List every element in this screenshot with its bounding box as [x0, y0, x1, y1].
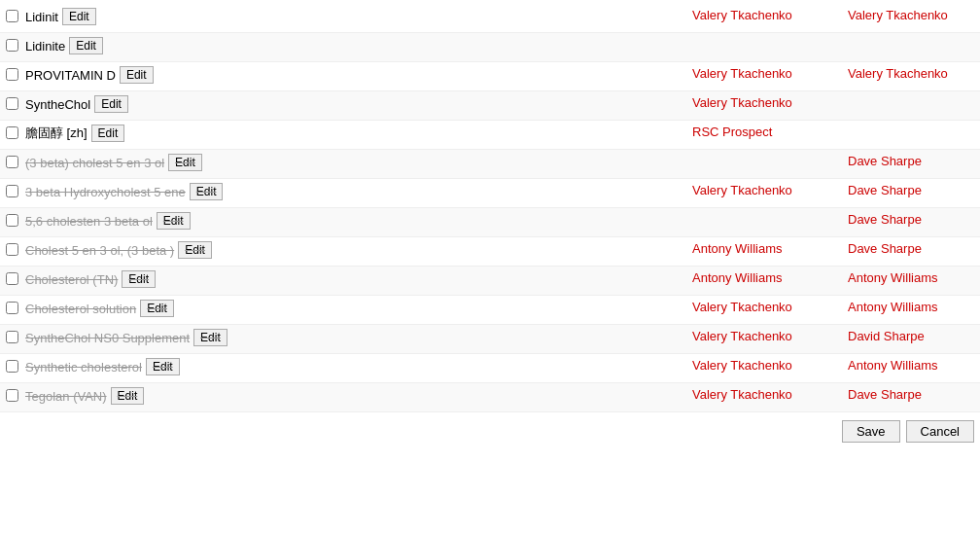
edit-button[interactable]: Edit	[122, 270, 156, 288]
row-name-text: SyntheChol	[25, 97, 90, 112]
row-checkbox-col	[6, 300, 25, 317]
row-checkbox-col	[6, 329, 25, 346]
name-edit-group: SyntheCholEdit	[25, 95, 684, 113]
name-edit-group: 膽固醇 [zh]Edit	[25, 125, 684, 142]
edit-button[interactable]: Edit	[69, 37, 103, 54]
edit-button[interactable]: Edit	[168, 154, 202, 171]
row-name-col: PROVITAMIN DEdit	[25, 66, 692, 84]
created-by-col: Antony Williams	[692, 270, 848, 285]
edit-button[interactable]: Edit	[91, 125, 125, 142]
edit-button[interactable]: Edit	[140, 300, 174, 317]
name-edit-group: 3 beta Hydroxycholest 5 eneEdit	[25, 183, 684, 200]
row-checkbox-col	[6, 154, 25, 171]
name-edit-group: Cholest 5 en 3 ol, (3 beta )Edit	[25, 241, 684, 259]
row-name-col: SyntheChol NS0 SupplementEdit	[25, 329, 692, 346]
modified-by-col: Antony Williams	[848, 300, 974, 314]
edit-button[interactable]: Edit	[157, 212, 191, 230]
row-checkbox[interactable]	[6, 331, 18, 343]
row-checkbox[interactable]	[6, 214, 18, 227]
table-row: Cholesterol (TN)EditAntony WilliamsAnton…	[0, 267, 980, 296]
table-row: Tegolan (VAN)EditValery TkachenkoDave Sh…	[0, 383, 980, 412]
modified-by-col: Dave Sharpe	[848, 212, 974, 227]
row-checkbox[interactable]	[6, 68, 18, 81]
row-name-col: 3 beta Hydroxycholest 5 eneEdit	[25, 183, 692, 200]
edit-button[interactable]: Edit	[146, 358, 180, 375]
table-row: 膽固醇 [zh]EditRSC Prospect	[0, 121, 980, 150]
modified-by-col: Antony Williams	[848, 358, 974, 373]
row-name-text: Synthetic cholesterol	[25, 360, 142, 374]
name-edit-group: Cholesterol (TN)Edit	[25, 270, 684, 288]
row-name-col: LidiniteEdit	[25, 37, 692, 54]
row-checkbox-col	[6, 66, 25, 84]
row-name-col: Cholest 5 en 3 ol, (3 beta )Edit	[25, 241, 692, 259]
row-name-col: SyntheCholEdit	[25, 95, 692, 113]
edit-button[interactable]: Edit	[120, 66, 154, 84]
table-row: 5,6 cholesten 3 beta olEditDave Sharpe	[0, 208, 980, 237]
row-name-col: Tegolan (VAN)Edit	[25, 387, 692, 405]
row-name-col: Synthetic cholesterolEdit	[25, 358, 692, 375]
table-row: (3 beta) cholest 5 en 3 olEditDave Sharp…	[0, 150, 980, 179]
row-name-text: SyntheChol NS0 Supplement	[25, 331, 190, 345]
name-edit-group: Synthetic cholesterolEdit	[25, 358, 684, 375]
cancel-button[interactable]: Cancel	[906, 420, 974, 443]
row-name-text: Lidinit	[25, 10, 58, 24]
row-checkbox[interactable]	[6, 97, 18, 110]
table-row: Synthetic cholesterolEditValery Tkachenk…	[0, 354, 980, 383]
created-by-col: Valery Tkachenko	[692, 66, 848, 81]
row-checkbox[interactable]	[6, 389, 18, 402]
row-checkbox-col	[6, 8, 25, 25]
table-row: Cholest 5 en 3 ol, (3 beta )EditAntony W…	[0, 237, 980, 267]
edit-button[interactable]: Edit	[111, 387, 145, 405]
row-checkbox-col	[6, 387, 25, 405]
modified-by-col: Antony Williams	[848, 270, 974, 285]
name-edit-group: Tegolan (VAN)Edit	[25, 387, 684, 405]
created-by-col: Valery Tkachenko	[692, 183, 848, 197]
table-row: PROVITAMIN DEditValery TkachenkoValery T…	[0, 62, 980, 91]
name-edit-group: Cholesterol solutionEdit	[25, 300, 684, 317]
created-by-col: Valery Tkachenko	[692, 329, 848, 343]
row-name-col: LidinitEdit	[25, 8, 692, 25]
row-checkbox-col	[6, 212, 25, 230]
created-by-col: Valery Tkachenko	[692, 300, 848, 314]
row-name-text: PROVITAMIN D	[25, 68, 116, 83]
modified-by-col: Dave Sharpe	[848, 387, 974, 402]
edit-button[interactable]: Edit	[94, 95, 128, 113]
row-checkbox[interactable]	[6, 39, 18, 52]
created-by-col: Valery Tkachenko	[692, 358, 848, 373]
row-name-col: 膽固醇 [zh]Edit	[25, 125, 692, 142]
save-button[interactable]: Save	[842, 420, 900, 443]
rows-list: LidinitEditValery TkachenkoValery Tkache…	[0, 4, 980, 412]
row-checkbox-col	[6, 270, 25, 288]
row-checkbox[interactable]	[6, 126, 18, 139]
name-edit-group: PROVITAMIN DEdit	[25, 66, 684, 84]
row-checkbox[interactable]	[6, 10, 18, 22]
row-checkbox[interactable]	[6, 360, 18, 373]
edit-button[interactable]: Edit	[178, 241, 212, 259]
row-checkbox[interactable]	[6, 156, 18, 168]
row-name-text: Cholesterol solution	[25, 302, 136, 316]
row-checkbox[interactable]	[6, 185, 18, 197]
edit-button[interactable]: Edit	[190, 183, 224, 200]
edit-button[interactable]: Edit	[193, 329, 228, 346]
edit-button[interactable]: Edit	[62, 8, 96, 25]
table-row: Cholesterol solutionEditValery Tkachenko…	[0, 296, 980, 325]
table-row: SyntheChol NS0 SupplementEditValery Tkac…	[0, 325, 980, 354]
main-container: LidinitEditValery TkachenkoValery Tkache…	[0, 0, 980, 535]
row-name-text: 5,6 cholesten 3 beta ol	[25, 214, 153, 229]
name-edit-group: SyntheChol NS0 SupplementEdit	[25, 329, 684, 346]
table-row: LidiniteEdit	[0, 33, 980, 62]
created-by-col: Valery Tkachenko	[692, 387, 848, 402]
row-checkbox[interactable]	[6, 302, 18, 314]
row-checkbox-col	[6, 358, 25, 375]
row-checkbox-col	[6, 241, 25, 259]
row-name-text: 3 beta Hydroxycholest 5 ene	[25, 185, 186, 199]
row-checkbox[interactable]	[6, 243, 18, 256]
modified-by-col: David Sharpe	[848, 329, 974, 343]
row-checkbox[interactable]	[6, 272, 18, 285]
created-by-col: Valery Tkachenko	[692, 95, 848, 110]
modified-by-col: Dave Sharpe	[848, 241, 974, 256]
row-name-text: Cholest 5 en 3 ol, (3 beta )	[25, 243, 174, 258]
row-name-col: 5,6 cholesten 3 beta olEdit	[25, 212, 692, 230]
name-edit-group: (3 beta) cholest 5 en 3 olEdit	[25, 154, 684, 171]
created-by-col: Valery Tkachenko	[692, 8, 848, 22]
